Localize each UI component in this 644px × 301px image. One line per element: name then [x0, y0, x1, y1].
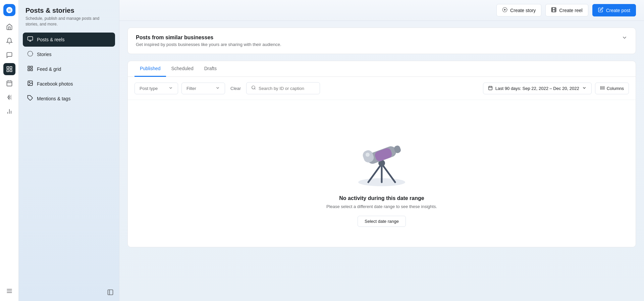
svg-point-26: [29, 82, 30, 83]
create-reel-button[interactable]: Create reel: [545, 4, 588, 16]
svg-marker-9: [8, 95, 9, 99]
svg-rect-4: [7, 70, 9, 72]
post-type-dropdown[interactable]: Post type: [135, 83, 178, 94]
sidebar-icon-home[interactable]: [3, 21, 15, 33]
posts-reels-icon: [27, 36, 34, 43]
create-story-button[interactable]: Create story: [496, 4, 541, 16]
svg-rect-17: [28, 37, 33, 40]
post-type-chevron-icon: [168, 86, 173, 91]
filter-dropdown[interactable]: Filter: [181, 83, 225, 94]
create-post-label: Create post: [606, 8, 630, 13]
calendar-icon: [488, 86, 493, 91]
facebook-photos-icon: [27, 80, 34, 88]
sidebar-toggle-icon[interactable]: [107, 289, 114, 297]
search-icon: [251, 85, 256, 91]
sidebar-item-stories-label: Stories: [37, 52, 52, 57]
posts-section: Published Scheduled Drafts Post type: [127, 61, 636, 247]
empty-state-title: No activity during this date range: [339, 195, 424, 201]
filter-chevron-icon: [215, 86, 220, 91]
filter-bar: Post type Filter Clear: [128, 77, 636, 100]
svg-rect-5: [7, 81, 12, 86]
content-area: Posts from similar businesses Get inspir…: [119, 21, 644, 301]
clear-label: Clear: [230, 86, 241, 91]
tabs-container: Published Scheduled Drafts: [128, 61, 636, 77]
select-date-range-button[interactable]: Select date range: [358, 216, 406, 227]
columns-button[interactable]: Columns: [595, 83, 629, 94]
promo-card-text: Posts from similar businesses Get inspir…: [136, 35, 281, 47]
svg-marker-10: [9, 95, 11, 99]
chevron-down-icon[interactable]: [622, 35, 628, 42]
sidebar-item-facebook-photos[interactable]: Facebook photos: [23, 77, 115, 91]
sidebar-icon-posts[interactable]: [3, 63, 15, 75]
telescope-illustration: [345, 120, 419, 187]
tab-drafts-label: Drafts: [204, 66, 217, 71]
svg-rect-3: [10, 70, 12, 72]
svg-rect-1: [7, 67, 9, 69]
sidebar-item-mentions-tags[interactable]: Mentions & tags: [23, 92, 115, 106]
mentions-tags-icon: [27, 95, 34, 102]
clear-button[interactable]: Clear: [228, 85, 243, 92]
create-story-icon: [502, 7, 507, 13]
search-input[interactable]: [259, 86, 315, 91]
sidebar: Posts & stories Schedule, publish and ma…: [19, 0, 119, 301]
tab-drafts[interactable]: Drafts: [199, 61, 222, 77]
promo-card-title: Posts from similar businesses: [136, 35, 281, 41]
sidebar-footer: [19, 285, 119, 301]
sidebar-item-feed-grid-label: Feed & grid: [37, 66, 61, 72]
empty-state-subtitle: Please select a different date range to …: [326, 204, 437, 209]
svg-rect-23: [31, 69, 33, 70]
top-header: Create story Create reel Create post: [119, 0, 644, 21]
post-type-label: Post type: [140, 86, 158, 91]
empty-state: No activity during this date range Pleas…: [128, 100, 636, 247]
icon-bar: [0, 0, 19, 301]
svg-point-60: [366, 153, 370, 157]
select-date-range-label: Select date range: [365, 219, 399, 224]
sidebar-item-stories[interactable]: Stories: [23, 47, 115, 61]
tab-scheduled-label: Scheduled: [171, 66, 194, 71]
filter-label: Filter: [186, 86, 196, 91]
sidebar-header: Posts & stories Schedule, publish and ma…: [19, 0, 119, 30]
sidebar-icon-notifications[interactable]: [3, 35, 15, 47]
svg-point-41: [252, 86, 255, 89]
create-post-button[interactable]: Create post: [592, 4, 636, 16]
feed-grid-icon: [27, 65, 34, 73]
promo-card: Posts from similar businesses Get inspir…: [127, 28, 636, 54]
svg-rect-28: [108, 290, 113, 295]
sidebar-item-mentions-tags-label: Mentions & tags: [37, 96, 70, 101]
svg-rect-24: [28, 69, 30, 70]
date-range-label: Last 90 days: Sep 22, 2022 – Dec 20, 202…: [495, 86, 579, 91]
columns-label: Columns: [607, 86, 624, 91]
svg-rect-2: [10, 67, 12, 69]
create-reel-label: Create reel: [559, 8, 582, 13]
columns-icon: [600, 86, 605, 91]
tab-published[interactable]: Published: [135, 61, 166, 77]
sidebar-item-posts-reels-label: Posts & reels: [37, 37, 64, 42]
tab-scheduled[interactable]: Scheduled: [166, 61, 199, 77]
create-story-label: Create story: [510, 8, 536, 13]
svg-rect-43: [488, 86, 492, 90]
sidebar-icon-ads[interactable]: [3, 91, 15, 103]
tab-published-label: Published: [140, 66, 161, 71]
page-title: Posts & stories: [25, 7, 112, 14]
promo-card-subtitle: Get inspired by posts businesses like yo…: [136, 42, 281, 47]
stories-icon: [27, 51, 34, 58]
sidebar-icon-menu[interactable]: [3, 285, 15, 297]
page-subtitle: Schedule, publish and manage posts and s…: [25, 16, 112, 27]
sidebar-icon-analytics[interactable]: [3, 105, 15, 117]
create-post-icon: [598, 7, 603, 13]
svg-rect-22: [31, 66, 33, 68]
create-reel-icon: [551, 7, 556, 13]
date-range-button[interactable]: Last 90 days: Sep 22, 2022 – Dec 20, 202…: [483, 83, 592, 94]
sidebar-item-posts-reels[interactable]: Posts & reels: [23, 33, 115, 47]
date-range-chevron-icon: [582, 86, 587, 91]
meta-logo: [3, 4, 15, 16]
svg-point-20: [28, 51, 33, 56]
sidebar-icon-messages[interactable]: [3, 49, 15, 61]
sidebar-icon-calendar[interactable]: [3, 77, 15, 89]
svg-line-42: [255, 89, 256, 90]
sidebar-nav: Posts & reels Stories Feed & grid Facebo…: [19, 30, 119, 285]
sidebar-item-feed-grid[interactable]: Feed & grid: [23, 62, 115, 76]
main-area: Create story Create reel Create post Pos…: [119, 0, 644, 301]
sidebar-item-facebook-photos-label: Facebook photos: [37, 81, 73, 87]
search-input-wrap: [246, 82, 320, 94]
